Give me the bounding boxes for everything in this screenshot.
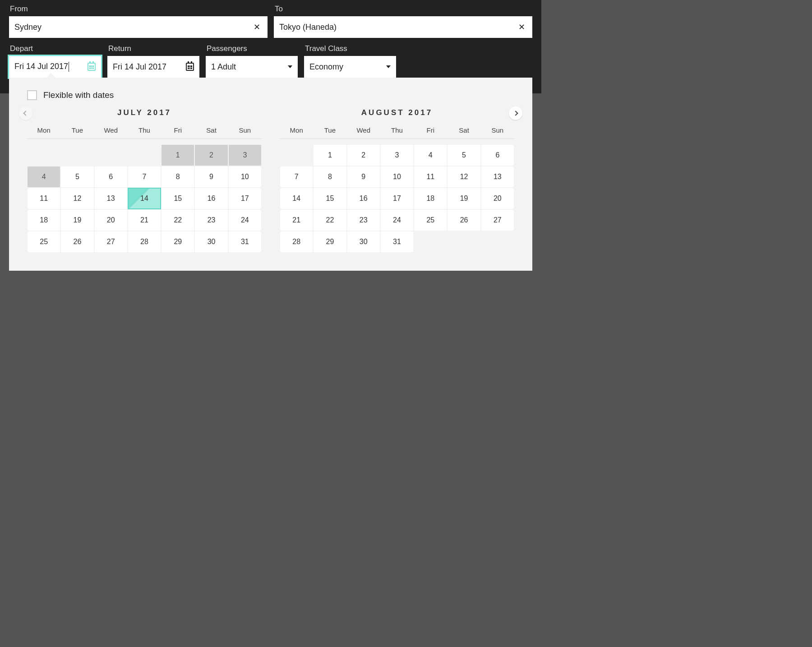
day-cell[interactable]: 29: [313, 231, 346, 253]
from-field: From Sydney ✕: [9, 5, 268, 38]
day-cell[interactable]: 3: [380, 144, 414, 166]
day-cell[interactable]: 25: [27, 231, 60, 253]
month-left: JULY 2017 MonTueWedThuFriSatSun 12345678…: [27, 108, 262, 253]
picker-pointer: [46, 73, 56, 78]
day-cell[interactable]: 23: [347, 209, 380, 231]
day-cell[interactable]: 2: [347, 144, 380, 166]
prev-month-button[interactable]: [19, 106, 32, 120]
dow-cell: Fri: [161, 126, 194, 134]
empty-cell: [60, 144, 94, 166]
dow-cell: Mon: [280, 126, 313, 134]
day-cell[interactable]: 30: [347, 231, 380, 253]
day-cell[interactable]: 26: [447, 209, 480, 231]
day-cell[interactable]: 8: [313, 166, 346, 188]
months-container: JULY 2017 MonTueWedThuFriSatSun 12345678…: [27, 108, 514, 253]
dow-cell: Wed: [347, 126, 380, 134]
day-cell[interactable]: 19: [60, 209, 94, 231]
dow-cell: Mon: [27, 126, 60, 134]
day-cell[interactable]: 17: [380, 188, 414, 209]
return-input[interactable]: Fri 14 Jul 2017: [107, 56, 199, 78]
day-cell[interactable]: 21: [128, 209, 161, 231]
day-cell[interactable]: 23: [194, 209, 228, 231]
calendar-icon: [186, 63, 194, 71]
dow-header: MonTueWedThuFriSatSun: [27, 126, 262, 139]
day-cell[interactable]: 9: [194, 166, 228, 188]
day-cell[interactable]: 16: [194, 188, 228, 209]
class-select[interactable]: Economy: [304, 56, 396, 78]
day-cell[interactable]: 20: [94, 209, 128, 231]
day-cell[interactable]: 9: [347, 166, 380, 188]
day-cell[interactable]: 6: [94, 166, 128, 188]
day-cell[interactable]: 12: [60, 188, 94, 209]
day-cell[interactable]: 19: [447, 188, 480, 209]
day-cell[interactable]: 11: [27, 188, 60, 209]
dow-cell: Sun: [228, 126, 262, 134]
day-cell[interactable]: 10: [228, 166, 262, 188]
flexible-label: Flexible with dates: [43, 90, 114, 100]
dow-cell: Sun: [481, 126, 514, 134]
to-input[interactable]: Tokyo (Haneda) ✕: [274, 16, 532, 38]
day-cell[interactable]: 28: [128, 231, 161, 253]
day-cell: 4: [27, 166, 60, 188]
day-cell[interactable]: 13: [94, 188, 128, 209]
day-cell[interactable]: 30: [194, 231, 228, 253]
dow-cell: Sat: [194, 126, 228, 134]
day-cell[interactable]: 8: [161, 166, 194, 188]
calendar-icon: [88, 63, 96, 71]
day-cell[interactable]: 7: [128, 166, 161, 188]
day-cell[interactable]: 31: [380, 231, 414, 253]
empty-cell: [27, 144, 60, 166]
day-cell[interactable]: 6: [481, 144, 514, 166]
from-clear-icon[interactable]: ✕: [252, 22, 262, 32]
day-cell[interactable]: 24: [228, 209, 262, 231]
passengers-field: Passengers 1 Adult: [206, 44, 298, 78]
day-cell[interactable]: 12: [447, 166, 480, 188]
day-cell[interactable]: 10: [380, 166, 414, 188]
empty-cell: [128, 144, 161, 166]
day-cell[interactable]: 14: [280, 188, 313, 209]
day-cell[interactable]: 22: [161, 209, 194, 231]
day-cell[interactable]: 18: [414, 188, 447, 209]
month-right: AUGUST 2017 MonTueWedThuFriSatSun 123456…: [280, 108, 514, 253]
day-cell[interactable]: 7: [280, 166, 313, 188]
day-cell[interactable]: 5: [447, 144, 480, 166]
day-cell[interactable]: 26: [60, 231, 94, 253]
day-cell[interactable]: 5: [60, 166, 94, 188]
flexible-checkbox[interactable]: [27, 90, 37, 100]
next-month-button[interactable]: [509, 106, 522, 120]
day-cell[interactable]: 11: [414, 166, 447, 188]
day-cell[interactable]: 29: [161, 231, 194, 253]
passengers-select[interactable]: 1 Adult: [206, 56, 298, 78]
to-clear-icon[interactable]: ✕: [517, 22, 527, 32]
return-field: Return Fri 14 Jul 2017: [107, 44, 199, 78]
day-cell[interactable]: 24: [380, 209, 414, 231]
dow-header: MonTueWedThuFriSatSun: [280, 126, 514, 139]
day-cell[interactable]: 4: [414, 144, 447, 166]
day-cell[interactable]: 15: [161, 188, 194, 209]
empty-cell: [94, 144, 128, 166]
day-cell[interactable]: 15: [313, 188, 346, 209]
day-cell[interactable]: 22: [313, 209, 346, 231]
day-cell[interactable]: 28: [280, 231, 313, 253]
day-cell[interactable]: 16: [347, 188, 380, 209]
date-picker: Flexible with dates JULY 2017 MonTueWedT…: [9, 78, 532, 271]
day-cell[interactable]: 17: [228, 188, 262, 209]
day-cell[interactable]: 27: [94, 231, 128, 253]
dow-cell: Wed: [94, 126, 128, 134]
depart-value: Fri 14 Jul 2017: [14, 62, 88, 72]
day-cell[interactable]: 25: [414, 209, 447, 231]
to-field: To Tokyo (Haneda) ✕: [274, 5, 532, 38]
day-cell[interactable]: 14: [128, 188, 161, 209]
day-cell[interactable]: 13: [481, 166, 514, 188]
day-cell[interactable]: 31: [228, 231, 262, 253]
day-cell: 3: [228, 144, 262, 166]
return-value: Fri 14 Jul 2017: [113, 62, 186, 72]
day-cell[interactable]: 21: [280, 209, 313, 231]
class-field: Travel Class Economy: [304, 44, 396, 78]
day-cell[interactable]: 18: [27, 209, 60, 231]
day-cell[interactable]: 1: [313, 144, 346, 166]
from-input[interactable]: Sydney ✕: [9, 16, 268, 38]
day-cell[interactable]: 27: [481, 209, 514, 231]
class-label: Travel Class: [304, 44, 396, 56]
day-cell[interactable]: 20: [481, 188, 514, 209]
